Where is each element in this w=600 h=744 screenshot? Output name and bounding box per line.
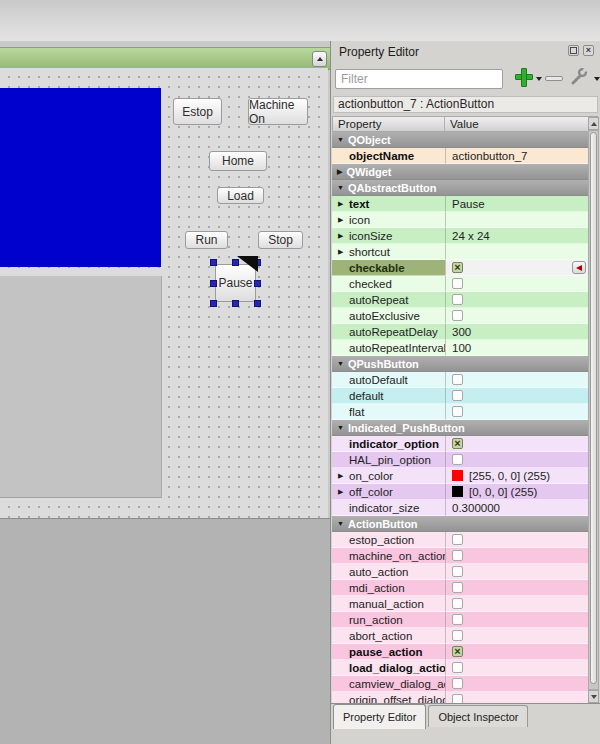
property-value-cell[interactable]: [445, 580, 588, 596]
property-value-cell[interactable]: 0.300000: [445, 500, 588, 516]
property-value-cell[interactable]: [445, 644, 588, 660]
property-row-auto_action[interactable]: auto_action: [332, 564, 588, 580]
scrollbar-thumb[interactable]: [590, 132, 597, 684]
expand-arrow-icon[interactable]: ▶: [338, 248, 343, 256]
property-value-cell[interactable]: [445, 596, 588, 612]
section-header-QPushButton[interactable]: ▼QPushButton: [332, 356, 588, 372]
form-canvas[interactable]: EstopMachine OnHomeLoadRunStopPause: [0, 68, 328, 518]
property-row-abort_action[interactable]: abort_action: [332, 628, 588, 644]
property-value-cell[interactable]: [445, 452, 588, 468]
scrollbar-track[interactable]: [588, 130, 599, 690]
float-panel-button[interactable]: [568, 45, 579, 56]
expand-arrow-icon[interactable]: ▶: [338, 472, 343, 480]
property-value-cell[interactable]: 24 x 24: [445, 228, 588, 244]
property-value-cell[interactable]: 300: [445, 324, 588, 340]
configure-button[interactable]: [569, 67, 589, 87]
close-panel-button[interactable]: ×: [583, 45, 594, 56]
section-header-Indicated_PushButton[interactable]: ▼Indicated_PushButton: [332, 420, 588, 436]
checkbox-unchecked-icon[interactable]: [452, 582, 463, 593]
checkbox-unchecked-icon[interactable]: [452, 310, 463, 321]
property-row-indicator_option[interactable]: indicator_option: [332, 436, 588, 452]
property-row-run_action[interactable]: run_action: [332, 612, 588, 628]
property-row-autoRepeatInterval[interactable]: autoRepeatInterval100: [332, 340, 588, 356]
property-row-indicator_size[interactable]: indicator_size0.300000: [332, 500, 588, 516]
property-column-header[interactable]: Property: [333, 117, 445, 131]
checkbox-unchecked-icon[interactable]: [452, 598, 463, 609]
property-value-cell[interactable]: [445, 660, 588, 676]
property-value-cell[interactable]: [445, 548, 588, 564]
property-value-cell[interactable]: [255, 0, 0] (255): [445, 468, 588, 484]
property-row-autoDefault[interactable]: autoDefault: [332, 372, 588, 388]
section-header-ActionButton[interactable]: ▼ActionButton: [332, 516, 588, 532]
property-value-cell[interactable]: [445, 212, 588, 228]
property-value-cell[interactable]: [445, 532, 588, 548]
property-value-cell[interactable]: [445, 308, 588, 324]
checkbox-unchecked-icon[interactable]: [452, 374, 463, 385]
property-row-flat[interactable]: flat: [332, 404, 588, 420]
tab-object-inspector[interactable]: Object Inspector: [428, 705, 528, 727]
property-row-icon[interactable]: ▶icon: [332, 212, 588, 228]
property-value-cell[interactable]: [0, 0, 0] (255): [445, 484, 588, 500]
property-value-cell[interactable]: [445, 292, 588, 308]
property-value-cell[interactable]: actionbutton_7: [445, 148, 588, 164]
checkbox-checked-icon[interactable]: [452, 646, 463, 657]
checkbox-unchecked-icon[interactable]: [452, 630, 463, 641]
checkbox-unchecked-icon[interactable]: [452, 454, 463, 465]
add-dynamic-property-button[interactable]: [514, 68, 534, 88]
property-value-cell[interactable]: [445, 388, 588, 404]
property-row-pause_action[interactable]: pause_action: [332, 644, 588, 660]
form-button-machine-on[interactable]: Machine On: [248, 98, 308, 125]
property-value-cell[interactable]: [445, 244, 588, 260]
property-value-cell[interactable]: Pause: [445, 196, 588, 212]
form-button-home[interactable]: Home: [209, 151, 267, 171]
property-value-cell[interactable]: [445, 692, 588, 703]
property-row-checked[interactable]: checked: [332, 276, 588, 292]
property-row-autoRepeat[interactable]: autoRepeat: [332, 292, 588, 308]
property-row-text[interactable]: ▶textPause: [332, 196, 588, 212]
tab-property-editor[interactable]: Property Editor: [333, 704, 426, 729]
filter-input[interactable]: [335, 69, 503, 89]
property-row-estop_action[interactable]: estop_action: [332, 532, 588, 548]
expand-arrow-icon[interactable]: ▶: [338, 232, 343, 240]
form-button-run[interactable]: Run: [185, 231, 228, 249]
property-value-cell[interactable]: [445, 404, 588, 420]
checkbox-unchecked-icon[interactable]: [452, 406, 463, 417]
property-row-checkable[interactable]: checkable: [332, 260, 588, 276]
checkbox-unchecked-icon[interactable]: [452, 534, 463, 545]
section-header-QWidget[interactable]: ▶QWidget: [332, 164, 588, 180]
property-value-cell[interactable]: [445, 436, 588, 452]
form-button-estop[interactable]: Estop: [173, 98, 222, 125]
property-row-autoExclusive[interactable]: autoExclusive: [332, 308, 588, 324]
property-row-origin_offset_dialog[interactable]: origin_offset_dialog: [332, 692, 588, 703]
property-row-default[interactable]: default: [332, 388, 588, 404]
property-row-iconSize[interactable]: ▶iconSize24 x 24: [332, 228, 588, 244]
checkbox-unchecked-icon[interactable]: [452, 550, 463, 561]
expand-arrow-icon[interactable]: ▶: [338, 488, 343, 496]
property-row-manual_action[interactable]: manual_action: [332, 596, 588, 612]
checkbox-unchecked-icon[interactable]: [452, 614, 463, 625]
expand-arrow-icon[interactable]: ▶: [338, 200, 343, 208]
property-row-mdi_action[interactable]: mdi_action: [332, 580, 588, 596]
scrollbar-up-button[interactable]: [588, 117, 599, 130]
checkbox-unchecked-icon[interactable]: [452, 662, 463, 673]
property-value-cell[interactable]: [445, 564, 588, 580]
property-value-cell[interactable]: 100: [445, 340, 588, 356]
restore-window-button[interactable]: [312, 51, 327, 67]
property-row-objectName[interactable]: objectNameactionbutton_7: [332, 148, 588, 164]
form-button-stop[interactable]: Stop: [258, 231, 303, 249]
property-row-camview_dialog_acti...[interactable]: camview_dialog_acti...: [332, 676, 588, 692]
property-value-cell[interactable]: [445, 628, 588, 644]
property-row-off_color[interactable]: ▶off_color[0, 0, 0] (255): [332, 484, 588, 500]
property-value-cell[interactable]: [445, 276, 588, 292]
remove-dynamic-property-button[interactable]: [545, 76, 563, 81]
property-value-cell[interactable]: [445, 676, 588, 692]
camview-widget[interactable]: [0, 88, 161, 267]
checkbox-unchecked-icon[interactable]: [452, 278, 463, 289]
checkbox-unchecked-icon[interactable]: [452, 390, 463, 401]
checkbox-unchecked-icon[interactable]: [452, 566, 463, 577]
checkbox-checked-icon[interactable]: [452, 262, 463, 273]
form-button-load[interactable]: Load: [217, 187, 264, 204]
checkbox-unchecked-icon[interactable]: [452, 294, 463, 305]
property-row-load_dialog_action[interactable]: load_dialog_action: [332, 660, 588, 676]
value-column-header[interactable]: Value: [445, 117, 597, 131]
